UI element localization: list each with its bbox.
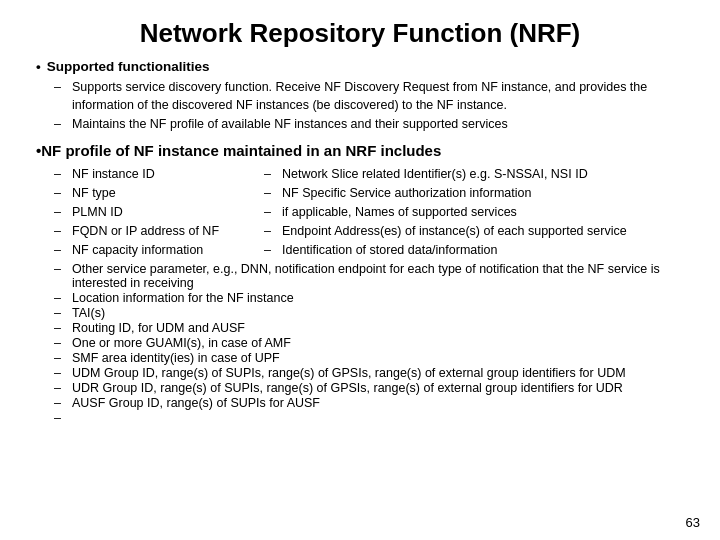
- long-item-9: – AUSF Group ID, range(s) of SUPIs for A…: [54, 396, 684, 410]
- slide-container: Network Repository Function (NRF) •Suppo…: [0, 0, 720, 540]
- two-col-row-2: –NF type –NF Specific Service authorizat…: [54, 184, 684, 202]
- page-number: 63: [686, 515, 700, 530]
- long-item-1: – Other service parameter, e.g., DNN, no…: [54, 262, 684, 290]
- two-col-row-5: –NF capacity information –Identification…: [54, 241, 684, 259]
- bullet-2-long-items: – Other service parameter, e.g., DNN, no…: [54, 262, 684, 425]
- slide-title: Network Repository Function (NRF): [36, 18, 684, 49]
- two-col-row-1: –NF instance ID –Network Slice related I…: [54, 165, 684, 183]
- two-col-row-3: –PLMN ID –if applicable, Names of suppor…: [54, 203, 684, 221]
- long-item-4: – Routing ID, for UDM and AUSF: [54, 321, 684, 335]
- long-item-5: – One or more GUAMI(s), in case of AMF: [54, 336, 684, 350]
- long-item-3: – TAI(s): [54, 306, 684, 320]
- bullet-1-subitems: – Supports service discovery function. R…: [54, 78, 684, 133]
- long-item-2: – Location information for the NF instan…: [54, 291, 684, 305]
- sub-item-1-1: – Supports service discovery function. R…: [54, 78, 684, 114]
- long-item-10: –: [54, 411, 684, 425]
- long-item-6: – SMF area identity(ies) in case of UPF: [54, 351, 684, 365]
- bullet-2-header: •NF profile of NF instance maintained in…: [36, 141, 684, 161]
- long-item-8: – UDR Group ID, range(s) of SUPIs, range…: [54, 381, 684, 395]
- two-col-list: –NF instance ID –Network Slice related I…: [54, 165, 684, 260]
- long-item-7: – UDM Group ID, range(s) of SUPIs, range…: [54, 366, 684, 380]
- sub-item-1-2: – Maintains the NF profile of available …: [54, 115, 684, 133]
- bullet-1-header: •Supported functionalities: [36, 59, 684, 74]
- two-col-row-4: –FQDN or IP address of NF –Endpoint Addr…: [54, 222, 684, 240]
